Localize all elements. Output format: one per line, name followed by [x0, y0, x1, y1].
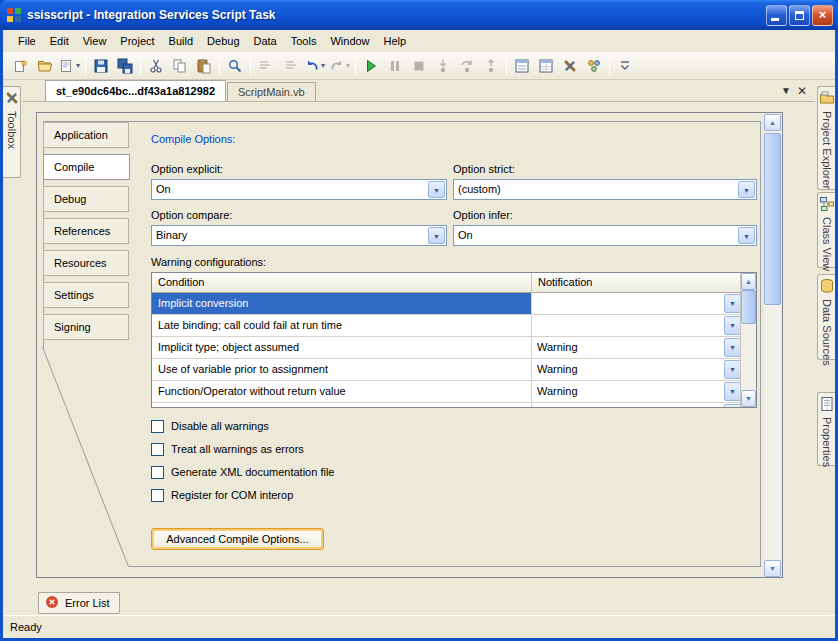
checkbox-generate-xml-documentation-file[interactable]: Generate XML documentation file [151, 464, 334, 480]
designer-tab-references[interactable]: References [43, 218, 129, 244]
notification-combo[interactable]: ▼ [533, 294, 741, 313]
cut-button[interactable] [145, 55, 167, 77]
checkbox-box[interactable] [151, 443, 164, 456]
minimize-button[interactable] [766, 5, 787, 26]
menu-tools[interactable]: Tools [284, 31, 324, 51]
checkbox-treat-all-warnings-as-errors[interactable]: Treat all warnings as errors [151, 441, 304, 457]
option-strict-combo[interactable]: (custom) ▼ [453, 179, 757, 200]
dock-tab-toolbox[interactable]: Toolbox [3, 86, 21, 178]
condition-cell[interactable]: Implicit type; object assumed [152, 337, 532, 358]
chevron-down-icon[interactable]: ▼ [724, 382, 741, 401]
designer-tab-settings[interactable]: Settings [43, 282, 129, 308]
chevron-down-icon[interactable]: ▼ [724, 404, 741, 408]
dock-tab-class-view[interactable]: Class View [817, 192, 835, 268]
notification-cell[interactable]: ▼ [532, 293, 742, 314]
condition-cell[interactable]: Function/Operator without return value [152, 381, 532, 402]
advanced-compile-options-button[interactable]: Advanced Compile Options... [151, 528, 324, 550]
properties-window-button[interactable] [535, 55, 557, 77]
option-explicit-combo[interactable]: On ▼ [151, 179, 447, 200]
step-into-button[interactable] [432, 55, 454, 77]
uncomment-button[interactable] [279, 55, 301, 77]
warning-row[interactable]: Implicit type; object assumedWarning▼ [152, 337, 742, 359]
restore-button[interactable] [789, 5, 810, 26]
notification-combo[interactable]: Warning▼ [533, 360, 741, 379]
menu-data[interactable]: Data [247, 31, 284, 51]
scroll-up-icon[interactable]: ▲ [741, 273, 756, 290]
chevron-down-icon[interactable]: ▾ [346, 61, 350, 70]
find-button[interactable] [224, 55, 246, 77]
checkbox-register-for-com-interop[interactable]: Register for COM interop [151, 487, 293, 503]
new-project-button[interactable] [10, 55, 32, 77]
condition-cell[interactable]: Use of variable prior to assignment [152, 359, 532, 380]
scrollbar-thumb[interactable] [741, 290, 756, 324]
scroll-up-icon[interactable]: ▲ [764, 114, 781, 131]
menu-edit[interactable]: Edit [43, 31, 76, 51]
chevron-down-icon[interactable]: ▼ [428, 181, 445, 198]
save-all-button[interactable] [114, 55, 136, 77]
step-out-button[interactable] [480, 55, 502, 77]
chevron-down-icon[interactable]: ▼ [738, 227, 755, 244]
toolbar-options-button[interactable] [614, 55, 636, 77]
warning-row[interactable]: Function/Operator without return valueWa… [152, 381, 742, 403]
designer-tab-application[interactable]: Application [43, 122, 129, 148]
condition-cell[interactable]: Implicit conversion [152, 293, 532, 314]
dock-tab-project-explorer[interactable]: Project Explorer [817, 86, 835, 190]
scroll-down-icon[interactable]: ▼ [741, 390, 756, 407]
open-file-button[interactable] [34, 55, 56, 77]
tab-list-chevron-icon[interactable]: ▼ [781, 85, 791, 97]
menu-project[interactable]: Project [113, 31, 161, 51]
dock-tab-data-sources[interactable]: Data Sources [817, 274, 835, 360]
warning-row[interactable]: Use of variable prior to assignmentWarni… [152, 359, 742, 381]
designer-tab-resources[interactable]: Resources [43, 250, 129, 276]
designer-scrollbar[interactable]: ▲ ▼ [764, 114, 781, 577]
condition-cell[interactable]: Late binding; call could fail at run tim… [152, 315, 532, 336]
solution-explorer-button[interactable] [511, 55, 533, 77]
error-list-tab[interactable]: Error List [38, 592, 120, 614]
document-tab[interactable]: st_e90dc64bc...df43a1a812982 [45, 80, 226, 101]
designer-tab-compile[interactable]: Compile [43, 154, 130, 180]
menu-help[interactable]: Help [377, 31, 414, 51]
notification-combo[interactable]: Warning▼ [533, 338, 741, 357]
menu-file[interactable]: File [11, 31, 43, 51]
undo-button[interactable]: ▾ [303, 55, 326, 77]
scroll-down-icon[interactable]: ▼ [764, 560, 781, 577]
toolbox-button[interactable] [559, 55, 581, 77]
dock-tab-properties[interactable]: Properties [817, 392, 835, 466]
option-compare-combo[interactable]: Binary ▼ [151, 225, 447, 246]
close-document-icon[interactable]: ✕ [797, 85, 807, 97]
warning-row[interactable]: Late binding; call could fail at run tim… [152, 315, 742, 337]
checkbox-disable-all-warnings[interactable]: Disable all warnings [151, 418, 269, 434]
checkbox-box[interactable] [151, 489, 164, 502]
save-button[interactable] [90, 55, 112, 77]
option-infer-combo[interactable]: On ▼ [453, 225, 757, 246]
notification-cell[interactable]: Warning▼ [532, 337, 742, 358]
chevron-down-icon[interactable]: ▼ [738, 181, 755, 198]
redo-button[interactable]: ▾ [328, 55, 351, 77]
notification-cell[interactable]: ▼ [532, 315, 742, 336]
step-over-button[interactable] [456, 55, 478, 77]
notification-cell[interactable]: Warning▼ [532, 359, 742, 380]
break-all-button[interactable] [384, 55, 406, 77]
comment-button[interactable] [255, 55, 277, 77]
warning-row[interactable]: Implicit conversion▼ [152, 293, 742, 315]
chevron-down-icon[interactable]: ▼ [428, 227, 445, 244]
start-debugging-button[interactable] [360, 55, 382, 77]
designer-tab-signing[interactable]: Signing [43, 314, 129, 340]
chevron-down-icon[interactable]: ▼ [724, 294, 741, 313]
menu-debug[interactable]: Debug [200, 31, 246, 51]
chevron-down-icon[interactable]: ▼ [724, 338, 741, 357]
condition-cell[interactable]: Unused local variable [152, 403, 532, 408]
close-button[interactable]: × [812, 5, 833, 26]
grid-scrollbar[interactable]: ▲ ▼ [740, 273, 756, 407]
chevron-down-icon[interactable]: ▾ [76, 61, 80, 70]
chevron-down-icon[interactable]: ▼ [724, 360, 741, 379]
scrollbar-thumb[interactable] [764, 133, 781, 305]
designer-tab-debug[interactable]: Debug [43, 186, 129, 212]
chevron-down-icon[interactable]: ▾ [321, 61, 325, 70]
chevron-down-icon[interactable]: ▼ [724, 316, 741, 335]
checkbox-box[interactable] [151, 466, 164, 479]
menu-view[interactable]: View [76, 31, 114, 51]
notification-combo[interactable]: Warning▼ [533, 404, 741, 408]
stop-debugging-button[interactable] [408, 55, 430, 77]
add-item-button[interactable]: ▾ [58, 55, 81, 77]
